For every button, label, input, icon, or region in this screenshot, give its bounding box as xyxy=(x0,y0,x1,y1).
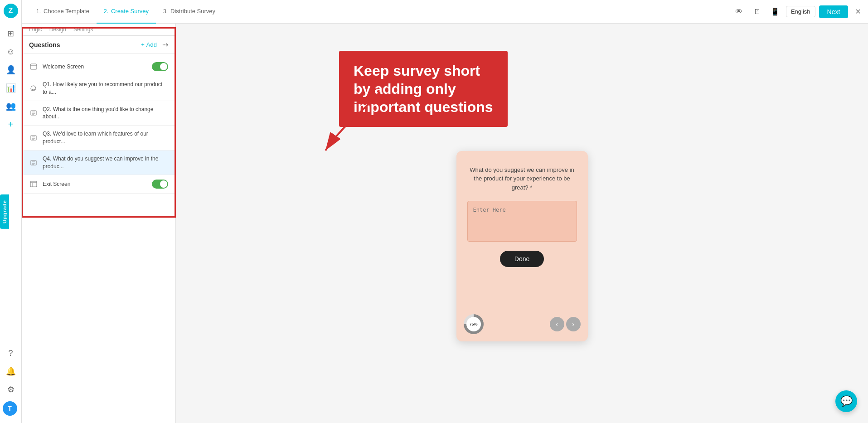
done-button[interactable]: Done xyxy=(500,251,544,267)
welcome-screen-text: Welcome Screen xyxy=(43,63,147,71)
question-list: Welcome Screen Q1. How likely are you to… xyxy=(22,54,175,423)
step-3-label: Distribute Survey xyxy=(170,8,215,15)
exit-screen-icon xyxy=(29,180,38,189)
next-button[interactable]: Next xyxy=(819,5,849,18)
text-icon xyxy=(29,108,38,117)
preview-icon[interactable]: 👁 xyxy=(732,5,746,19)
preview-area: Keep survey shortby adding onlyimportant… xyxy=(176,24,868,423)
progress-circle: 75% xyxy=(464,314,484,334)
step-2-label: Create Survey xyxy=(111,8,149,15)
q2-text: Q2. What is the one thing you'd like to … xyxy=(43,106,168,121)
questions-header: Questions + Add ⇢ xyxy=(22,36,175,54)
arrow-graphic xyxy=(316,87,389,160)
plus-icon[interactable]: + xyxy=(3,116,19,132)
add-label: Add xyxy=(146,41,157,48)
q4-text: Q4. What do you suggest we can improve i… xyxy=(43,155,168,170)
next-arrow[interactable]: › xyxy=(566,317,581,331)
prev-arrow[interactable]: ‹ xyxy=(550,317,564,331)
exit-screen-text: Exit Screen xyxy=(43,180,147,188)
main-area: 1. Choose Template 2. Create Survey 3. D… xyxy=(22,0,868,423)
list-item[interactable]: Welcome Screen xyxy=(22,58,175,76)
left-panel: Logic Design Settings Questions + Add ⇢ xyxy=(22,24,176,423)
mobile-icon[interactable]: 📱 xyxy=(768,5,782,19)
step-2-num: 2. xyxy=(104,8,108,15)
nav-arrows: ‹ › xyxy=(550,317,581,331)
q1-text: Q1. How likely are you to recommend our … xyxy=(43,81,168,96)
desktop-icon[interactable]: 🖥 xyxy=(750,5,764,19)
bell-icon[interactable]: 🔔 xyxy=(3,363,19,379)
list-item[interactable]: Q3. We'd love to learn which features of… xyxy=(22,126,175,151)
step-1-label: Choose Template xyxy=(44,8,89,15)
step-1-num: 1. xyxy=(36,8,41,15)
list-item[interactable]: Q4. What do you suggest we can improve i… xyxy=(22,151,175,175)
language-button[interactable]: English xyxy=(786,6,815,17)
header: 1. Choose Template 2. Create Survey 3. D… xyxy=(22,0,868,24)
step-2[interactable]: 2. Create Survey xyxy=(97,0,156,24)
close-button[interactable]: × xyxy=(855,6,861,17)
svg-rect-14 xyxy=(30,181,37,187)
people-icon[interactable]: 👥 xyxy=(3,98,19,114)
content-row: Logic Design Settings Questions + Add ⇢ xyxy=(22,24,868,423)
avatar[interactable]: T xyxy=(3,401,17,416)
preview-question: What do you suggest we can improve in th… xyxy=(467,165,577,192)
settings-tab[interactable]: Settings xyxy=(73,26,93,33)
nps-icon xyxy=(29,84,38,93)
steps-nav: 1. Choose Template 2. Create Survey 3. D… xyxy=(29,0,380,24)
step-3-num: 3. xyxy=(163,8,168,15)
chart-icon[interactable]: 📊 xyxy=(3,80,19,96)
welcome-toggle[interactable] xyxy=(152,62,168,71)
step-3[interactable]: 3. Distribute Survey xyxy=(156,0,223,24)
progress-label: 75% xyxy=(466,317,481,331)
grid-icon[interactable]: ⊞ xyxy=(3,25,19,42)
header-controls: 👁 🖥 📱 English Next × xyxy=(732,5,861,19)
text-icon-3 xyxy=(29,158,38,167)
text-icon-2 xyxy=(29,133,38,142)
exit-toggle[interactable] xyxy=(152,180,168,189)
design-tab[interactable]: Design xyxy=(49,26,66,33)
q3-text: Q3. We'd love to learn which features of… xyxy=(43,130,168,146)
app-logo[interactable]: Z xyxy=(4,4,18,18)
list-item[interactable]: Q2. What is the one thing you'd like to … xyxy=(22,101,175,126)
welcome-screen-icon xyxy=(29,62,38,71)
list-item[interactable]: Exit Screen xyxy=(22,175,175,194)
reorder-button[interactable]: ⇢ xyxy=(162,40,168,49)
panel-top-tabs: Logic Design Settings xyxy=(22,24,175,36)
questions-title: Questions xyxy=(29,41,60,49)
list-item[interactable]: Q1. How likely are you to recommend our … xyxy=(22,76,175,101)
add-button[interactable]: + Add xyxy=(141,41,157,48)
help-icon[interactable]: ? xyxy=(3,345,19,361)
chat-icon: 💬 xyxy=(840,395,853,407)
chat-bubble[interactable]: 💬 xyxy=(835,390,857,412)
user-icon[interactable]: 👤 xyxy=(3,62,19,78)
settings-icon[interactable]: ⚙ xyxy=(3,381,19,398)
svg-rect-0 xyxy=(30,64,37,69)
upgrade-button[interactable]: Upgrade xyxy=(0,194,9,229)
face-icon[interactable]: ☺ xyxy=(3,44,19,60)
plus-add-icon: + xyxy=(141,41,145,48)
logic-tab[interactable]: Logic xyxy=(29,26,42,33)
phone-bottom-bar: 75% ‹ › xyxy=(456,314,588,334)
step-1[interactable]: 1. Choose Template xyxy=(29,0,97,24)
phone-mockup: What do you suggest we can improve in th… xyxy=(456,151,588,341)
preview-textarea[interactable] xyxy=(467,201,577,242)
